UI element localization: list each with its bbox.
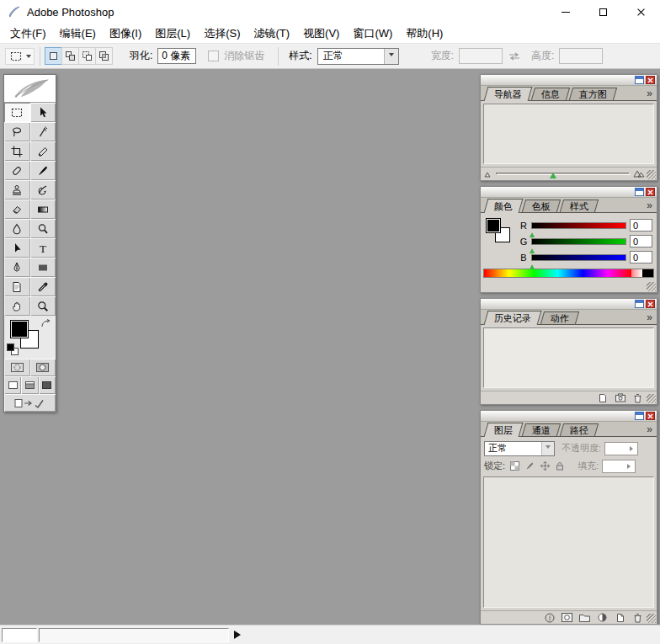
tool-hand[interactable] (4, 296, 30, 316)
maximize-button[interactable] (584, 0, 622, 24)
tab-styles[interactable]: 样式 (560, 200, 599, 212)
tab-color[interactable]: 颜色 (484, 199, 524, 213)
tab-histogram[interactable]: 直方图 (569, 88, 617, 100)
tool-rectangle[interactable] (30, 258, 56, 277)
zoom-in-icon[interactable] (633, 168, 645, 180)
fill-popup-icon[interactable] (627, 464, 633, 469)
panel-minimize-icon[interactable] (635, 76, 644, 84)
new-layer-icon[interactable] (613, 612, 627, 623)
tool-lasso[interactable] (4, 122, 30, 141)
feather-input[interactable]: 0 像素 (157, 48, 196, 64)
panel-minimize-icon[interactable] (635, 300, 644, 308)
green-slider-thumb[interactable] (530, 246, 535, 253)
menu-item-filter[interactable]: 滤镜(T) (247, 24, 296, 44)
panel-menu-icon[interactable]: » (647, 199, 652, 212)
panel-minimize-icon[interactable] (635, 412, 644, 420)
panel-resize-grip[interactable] (647, 614, 656, 623)
tool-eyedropper[interactable] (30, 277, 56, 296)
menu-item-select[interactable]: 选择(S) (197, 24, 247, 44)
new-selection-button[interactable] (45, 47, 62, 65)
menu-item-file[interactable]: 文件(F) (3, 24, 53, 44)
style-dropdown-button[interactable] (384, 49, 398, 64)
antialias-checkbox[interactable] (208, 51, 219, 61)
red-value-input[interactable]: 0 (630, 219, 652, 232)
green-slider[interactable] (531, 238, 626, 245)
minimize-button[interactable] (546, 0, 584, 24)
panel-resize-grip[interactable] (647, 170, 656, 179)
standard-screen-mode-button[interactable] (4, 376, 21, 394)
fill-input[interactable] (602, 460, 636, 473)
layer-effects-icon[interactable]: f (542, 612, 556, 623)
menu-item-help[interactable]: 帮助(H) (399, 24, 450, 44)
tool-slice[interactable] (30, 141, 56, 161)
menu-item-window[interactable]: 窗口(W) (346, 24, 399, 44)
tab-info[interactable]: 信息 (531, 88, 570, 100)
fullscreen-with-menu-button[interactable] (21, 376, 38, 394)
close-button[interactable] (622, 0, 660, 24)
tool-gradient[interactable] (30, 200, 56, 219)
zoom-out-icon[interactable] (484, 168, 492, 180)
new-snapshot-icon[interactable] (613, 392, 627, 403)
status-menu-arrow-icon[interactable] (234, 631, 245, 639)
tool-healing-brush[interactable] (4, 161, 30, 180)
menu-item-image[interactable]: 图像(I) (103, 24, 148, 44)
panel-close-icon[interactable] (646, 300, 655, 308)
panel-resize-grip[interactable] (647, 282, 656, 291)
style-dropdown[interactable]: 正常 (317, 48, 399, 65)
tool-clone-stamp[interactable] (4, 180, 30, 200)
standard-mode-button[interactable] (4, 359, 30, 376)
panel-menu-icon[interactable]: » (647, 311, 652, 324)
tool-move[interactable] (30, 103, 56, 122)
color-panel-swatches[interactable] (485, 217, 513, 245)
tool-magic-wand[interactable] (30, 122, 56, 141)
adobe-feather-logo[interactable] (4, 75, 56, 103)
panel-menu-icon[interactable]: » (647, 87, 652, 100)
menu-item-view[interactable]: 视图(V) (296, 24, 346, 44)
red-slider-thumb[interactable] (530, 230, 535, 237)
panel-close-icon[interactable] (646, 188, 655, 196)
tool-eraser[interactable] (4, 200, 30, 219)
zoom-percentage-field[interactable] (2, 628, 37, 642)
panel-close-icon[interactable] (646, 412, 655, 420)
blue-value-input[interactable]: 0 (630, 251, 652, 263)
green-value-input[interactable]: 0 (630, 235, 652, 247)
tool-brush[interactable] (30, 161, 56, 180)
tool-crop[interactable] (4, 141, 30, 161)
blue-slider[interactable] (531, 254, 626, 261)
color-spectrum-ramp[interactable] (483, 269, 654, 278)
tool-notes[interactable] (4, 277, 30, 296)
canvas-area[interactable]: T (0, 69, 660, 625)
panel-close-icon[interactable] (646, 76, 655, 84)
foreground-swatch[interactable] (486, 218, 501, 233)
adjustment-layer-icon[interactable] (595, 612, 609, 623)
foreground-color-swatch[interactable] (10, 320, 29, 338)
lock-all-icon[interactable] (554, 460, 566, 472)
jump-to-imageready-button[interactable] (4, 394, 56, 412)
fullscreen-mode-button[interactable] (39, 376, 56, 394)
default-colors-icon[interactable] (7, 343, 19, 355)
history-list[interactable] (483, 327, 654, 388)
subtract-from-selection-button[interactable] (78, 47, 96, 65)
blend-mode-dropdown-button[interactable] (541, 442, 554, 455)
tool-zoom[interactable] (30, 296, 56, 316)
panel-resize-grip[interactable] (647, 394, 656, 403)
delete-icon[interactable] (631, 392, 645, 403)
tab-paths[interactable]: 路径 (560, 423, 599, 436)
tool-preset-picker[interactable] (5, 48, 35, 65)
quick-mask-mode-button[interactable] (30, 359, 56, 376)
opacity-input[interactable] (604, 442, 638, 455)
tool-rectangular-marquee[interactable] (4, 103, 30, 122)
menu-item-edit[interactable]: 编辑(E) (53, 24, 103, 44)
add-mask-icon[interactable] (560, 612, 574, 623)
tab-swatches[interactable]: 色板 (522, 200, 561, 212)
opacity-popup-icon[interactable] (630, 446, 636, 451)
red-slider[interactable] (531, 222, 626, 229)
tab-navigator[interactable]: 导航器 (484, 87, 533, 101)
blend-mode-dropdown[interactable]: 正常 (484, 441, 555, 456)
new-document-from-state-icon[interactable] (595, 392, 609, 403)
tool-pen[interactable] (4, 258, 30, 277)
layers-list[interactable] (483, 476, 654, 608)
intersect-selection-button[interactable] (95, 47, 113, 65)
lock-transparency-icon[interactable] (508, 460, 520, 472)
swap-dimensions-icon[interactable] (508, 51, 521, 61)
